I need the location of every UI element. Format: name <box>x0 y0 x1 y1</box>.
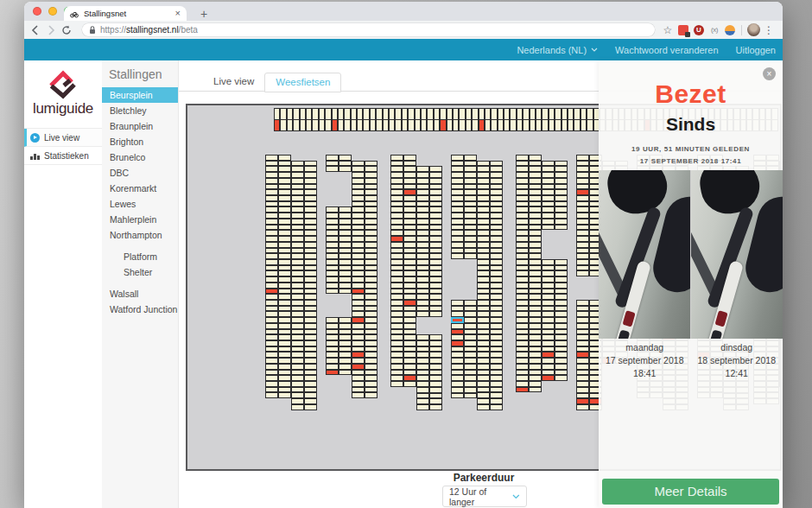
parking-spot[interactable] <box>363 108 369 120</box>
parking-spot[interactable] <box>403 161 416 167</box>
parking-spot[interactable] <box>529 172 542 178</box>
parking-spot[interactable] <box>390 300 403 306</box>
parking-spot[interactable] <box>365 253 377 259</box>
parking-spot[interactable] <box>365 213 377 219</box>
parking-spot[interactable] <box>576 253 589 259</box>
parking-spot[interactable] <box>339 253 352 259</box>
parking-spot[interactable] <box>555 364 568 370</box>
parking-spot[interactable] <box>510 108 516 120</box>
parking-spot[interactable] <box>403 358 416 364</box>
parking-spot[interactable] <box>265 253 278 259</box>
parking-spot[interactable] <box>416 178 429 184</box>
parking-spot[interactable] <box>352 323 365 329</box>
parking-spot[interactable] <box>529 242 542 248</box>
parking-spot[interactable] <box>529 311 542 317</box>
parking-spot[interactable] <box>416 387 429 393</box>
parking-spot[interactable] <box>529 289 542 295</box>
parking-spot[interactable] <box>339 276 352 283</box>
parking-spot[interactable] <box>390 375 403 381</box>
parking-spot[interactable] <box>291 184 304 190</box>
parking-spot[interactable] <box>339 206 352 213</box>
parking-spot[interactable] <box>576 195 589 201</box>
parking-spot[interactable] <box>477 219 490 225</box>
parking-spot[interactable] <box>429 370 442 376</box>
parking-spot[interactable] <box>416 184 429 190</box>
parking-spot[interactable] <box>291 294 304 300</box>
parking-spot[interactable] <box>365 184 377 190</box>
parking-spot[interactable] <box>291 206 304 213</box>
parking-spot[interactable] <box>464 306 477 312</box>
parking-spot[interactable] <box>451 172 464 178</box>
parking-spot[interactable] <box>429 283 442 289</box>
parking-spot[interactable] <box>529 329 542 335</box>
parking-spot[interactable] <box>516 323 529 329</box>
parking-spot[interactable] <box>339 230 352 236</box>
parking-spot[interactable] <box>451 236 464 242</box>
bookmark-star-icon[interactable]: ☆ <box>660 23 676 37</box>
parking-spot[interactable] <box>477 172 490 178</box>
forward-button[interactable] <box>46 25 61 35</box>
parking-spot[interactable] <box>265 155 278 161</box>
parking-spot[interactable] <box>542 161 555 167</box>
parking-spot[interactable] <box>265 306 278 312</box>
parking-spot[interactable] <box>416 166 429 172</box>
parking-spot[interactable] <box>274 119 280 131</box>
parking-spot[interactable] <box>326 289 339 295</box>
parking-spot[interactable] <box>352 219 365 225</box>
parking-spot[interactable] <box>403 265 416 271</box>
parking-spot[interactable] <box>304 387 317 393</box>
parking-spot[interactable] <box>326 340 339 346</box>
parking-spot[interactable] <box>466 108 472 120</box>
parking-spot[interactable] <box>293 108 299 120</box>
parking-spot[interactable] <box>490 195 503 201</box>
parking-spot[interactable] <box>516 283 529 289</box>
parking-spot[interactable] <box>265 358 278 364</box>
parking-spot[interactable] <box>576 300 589 306</box>
parking-spot[interactable] <box>542 329 555 335</box>
parking-spot[interactable] <box>265 219 278 225</box>
parking-spot[interactable] <box>416 311 429 317</box>
parking-spot[interactable] <box>477 392 490 398</box>
parking-spot[interactable] <box>542 189 555 195</box>
parking-spot[interactable] <box>421 108 427 120</box>
parking-spot[interactable] <box>516 387 529 393</box>
parking-spot[interactable] <box>429 289 442 295</box>
parking-spot[interactable] <box>352 242 365 248</box>
parking-spot[interactable] <box>304 195 317 201</box>
parking-spot[interactable] <box>555 317 568 323</box>
parking-spot[interactable] <box>352 375 365 381</box>
parking-spot[interactable] <box>477 352 490 358</box>
parking-spot[interactable] <box>265 323 278 329</box>
parking-spot[interactable] <box>490 329 503 335</box>
parking-spot[interactable] <box>555 311 568 317</box>
parking-spot[interactable] <box>516 358 529 364</box>
parking-spot[interactable] <box>390 289 403 295</box>
parking-spot[interactable] <box>490 161 503 167</box>
parking-spot[interactable] <box>542 225 555 231</box>
parking-spot[interactable] <box>365 189 377 195</box>
parking-spot[interactable] <box>365 265 377 271</box>
parking-spot[interactable] <box>278 276 291 283</box>
parking-spot[interactable] <box>429 166 442 172</box>
parking-spot[interactable] <box>555 172 568 178</box>
parking-spot[interactable] <box>265 236 278 242</box>
parking-spot[interactable] <box>529 248 542 254</box>
parking-spot[interactable] <box>265 201 278 207</box>
parking-spot[interactable] <box>352 259 365 265</box>
parking-spot[interactable] <box>416 189 429 195</box>
parking-spot[interactable] <box>542 317 555 323</box>
parking-spot[interactable] <box>477 242 490 248</box>
parking-spot[interactable] <box>403 370 416 376</box>
parking-spot[interactable] <box>477 404 490 410</box>
parking-spot[interactable] <box>339 358 352 364</box>
parking-spot[interactable] <box>365 242 377 248</box>
parking-spot[interactable] <box>464 340 477 346</box>
parking-spot[interactable] <box>293 119 299 131</box>
parking-spot[interactable] <box>464 178 477 184</box>
parking-spot[interactable] <box>555 375 568 381</box>
parking-spot[interactable] <box>278 189 291 195</box>
parking-spot[interactable] <box>291 259 304 265</box>
parking-spot[interactable] <box>339 265 352 271</box>
parking-spot[interactable] <box>464 352 477 358</box>
parking-spot[interactable] <box>549 119 555 131</box>
